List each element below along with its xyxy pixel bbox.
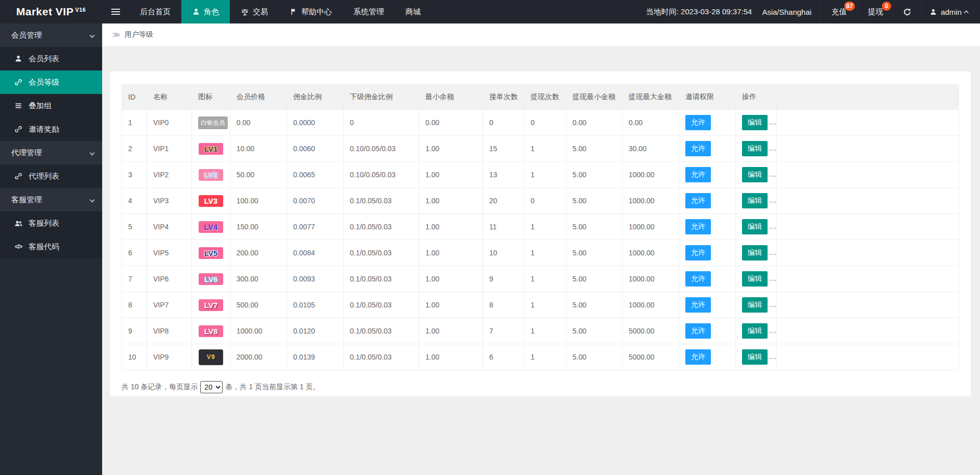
level-badge-icon: LV2 xyxy=(199,169,223,181)
more-actions[interactable]: ... xyxy=(769,222,777,230)
column-header-filler xyxy=(777,85,959,110)
sidebar-item-service-code[interactable]: </> 客服代码 xyxy=(0,235,102,258)
sidebar-item-agent-list[interactable]: 代理列表 xyxy=(0,164,102,188)
withdraw-count-badge: 0 xyxy=(882,2,891,11)
sidebar-group-member-management[interactable]: 会员管理 xyxy=(0,23,102,47)
allow-button[interactable]: 允许 xyxy=(685,219,711,234)
page-title: 用户等级 xyxy=(125,30,153,39)
refresh-button[interactable] xyxy=(893,0,921,23)
cell-withdraw_min: 5.00 xyxy=(566,162,623,188)
more-actions[interactable]: ... xyxy=(769,118,777,126)
breadcrumb: ≫ 用户等级 xyxy=(102,23,980,46)
page-size-select[interactable]: 20 xyxy=(200,381,223,393)
sidebar-item-member-levels[interactable]: 会员等级 xyxy=(0,70,102,94)
nav-item-help-center[interactable]: 帮助中心 xyxy=(279,0,343,23)
cell-ops: 编辑... xyxy=(736,266,777,292)
withdraw-menu[interactable]: 提现 0 xyxy=(857,0,893,23)
allow-button[interactable]: 允许 xyxy=(685,141,711,156)
user-menu[interactable]: admin xyxy=(921,0,980,23)
allow-button[interactable]: 允许 xyxy=(685,167,711,182)
cell-withdraw_max: 1000.00 xyxy=(623,292,679,318)
edit-button[interactable]: 编辑 xyxy=(742,141,768,156)
edit-button[interactable]: 编辑 xyxy=(742,115,768,130)
cell-id: 2 xyxy=(122,136,147,162)
nav-item-system[interactable]: 系统管理 xyxy=(343,0,395,23)
cell-price: 50.00 xyxy=(230,162,287,188)
cell-min_balance: 1.00 xyxy=(419,266,483,292)
more-actions[interactable]: ... xyxy=(769,248,777,256)
more-actions[interactable]: ... xyxy=(769,300,777,308)
sidebar-item-member-list[interactable]: 会员列表 xyxy=(0,47,102,70)
cell-withdrawals: 1 xyxy=(524,162,566,188)
cell-icon: 白银会员 xyxy=(192,110,230,136)
nav-item-home[interactable]: 后台首页 xyxy=(129,0,181,23)
cell-commission: 0.0060 xyxy=(287,136,344,162)
cell-withdraw_max: 1000.00 xyxy=(623,240,679,266)
edit-button[interactable]: 编辑 xyxy=(742,323,768,339)
cell-sub_commission: 0.1/0.05/0.03 xyxy=(344,214,419,240)
more-actions[interactable]: ... xyxy=(769,170,777,178)
link-icon xyxy=(13,172,23,180)
cell-ops: 编辑... xyxy=(736,240,777,266)
allow-button[interactable]: 允许 xyxy=(685,115,711,130)
column-header: 佣金比例 xyxy=(287,85,344,110)
edit-button[interactable]: 编辑 xyxy=(742,297,768,313)
cell-withdraw_min: 5.00 xyxy=(566,344,623,370)
cell-filler xyxy=(777,344,959,370)
cell-orders: 10 xyxy=(483,240,524,266)
cell-min_balance: 1.00 xyxy=(419,240,483,266)
allow-button[interactable]: 允许 xyxy=(685,349,711,365)
sidebar-toggle-button[interactable] xyxy=(102,0,129,23)
sidebar-group-service-management[interactable]: 客服管理 xyxy=(0,188,102,211)
cell-ops: 编辑... xyxy=(736,344,777,370)
nav-item-roles[interactable]: 角色 xyxy=(181,0,230,23)
cell-ops: 编辑... xyxy=(736,110,777,136)
more-actions[interactable]: ... xyxy=(769,144,777,152)
cell-id: 1 xyxy=(122,110,147,136)
allow-button[interactable]: 允许 xyxy=(685,323,711,339)
edit-button[interactable]: 编辑 xyxy=(742,349,768,365)
cell-icon: LV1 xyxy=(192,136,230,162)
cell-invite: 允许 xyxy=(679,110,736,136)
level-badge-icon: LV8 xyxy=(199,325,223,337)
table-header-row: ID名称图标会员价格佣金比例下级佣金比例最小余额接单次数提现次数提现最小金额提现… xyxy=(122,85,959,110)
edit-button[interactable]: 编辑 xyxy=(742,271,768,287)
cell-sub_commission: 0.10/0.05/0.03 xyxy=(344,136,419,162)
edit-button[interactable]: 编辑 xyxy=(742,167,768,182)
edit-button[interactable]: 编辑 xyxy=(742,193,768,208)
cell-orders: 7 xyxy=(483,318,524,344)
cell-invite: 允许 xyxy=(679,214,736,240)
edit-button[interactable]: 编辑 xyxy=(742,219,768,234)
allow-button[interactable]: 允许 xyxy=(685,297,711,313)
sidebar-item-invite-reward[interactable]: 邀请奖励 xyxy=(0,117,102,141)
sidebar-item-stack-group[interactable]: 叠加组 xyxy=(0,94,102,117)
more-actions[interactable]: ... xyxy=(769,352,777,361)
nav-item-trade[interactable]: 交易 xyxy=(230,0,279,23)
cell-filler xyxy=(777,318,959,344)
cell-commission: 0.0120 xyxy=(287,318,344,344)
allow-button[interactable]: 允许 xyxy=(685,193,711,208)
cell-withdraw_max: 1000.00 xyxy=(623,214,679,240)
edit-button[interactable]: 编辑 xyxy=(742,245,768,260)
cell-commission: 0.0070 xyxy=(287,188,344,214)
level-badge-icon: LV7 xyxy=(199,299,223,311)
table-row: 9VIP8LV81000.000.01200.1/0.05/0.031.0071… xyxy=(122,318,959,344)
sidebar-item-service-list[interactable]: 客服列表 xyxy=(0,211,102,235)
allow-button[interactable]: 允许 xyxy=(685,245,711,260)
cell-price: 300.00 xyxy=(230,266,287,292)
recharge-menu[interactable]: 充值 87 xyxy=(821,0,857,23)
column-header: ID xyxy=(122,85,147,110)
refresh-icon xyxy=(903,8,912,16)
cell-id: 8 xyxy=(122,292,147,318)
more-actions[interactable]: ... xyxy=(769,196,777,204)
nav-item-mall[interactable]: 商城 xyxy=(395,0,432,23)
sidebar-group-agent-management[interactable]: 代理管理 xyxy=(0,141,102,164)
cell-withdraw_min: 5.00 xyxy=(566,136,623,162)
cell-withdrawals: 0 xyxy=(524,110,566,136)
allow-button[interactable]: 允许 xyxy=(685,271,711,287)
more-actions[interactable]: ... xyxy=(769,326,777,335)
cell-min_balance: 1.00 xyxy=(419,136,483,162)
more-actions[interactable]: ... xyxy=(769,274,777,282)
cell-ops: 编辑... xyxy=(736,292,777,318)
table-row: 4VIP3LV3100.000.00700.1/0.05/0.031.00200… xyxy=(122,188,959,214)
